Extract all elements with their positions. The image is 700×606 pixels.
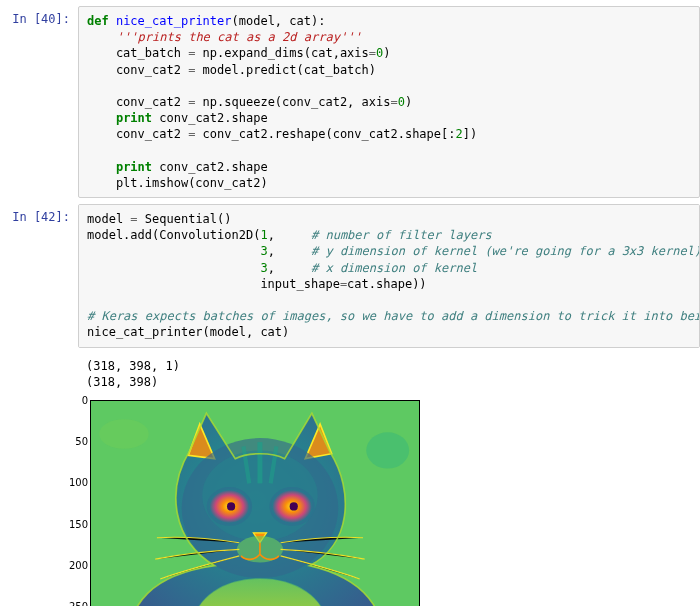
code-input[interactable]: def nice_cat_printer(model, cat): '''pri… <box>78 6 700 198</box>
code-input[interactable]: model = Sequential() model.add(Convoluti… <box>78 204 700 348</box>
heatmap-image <box>91 401 419 606</box>
code-cell: In [42]: model = Sequential() model.add(… <box>0 204 700 348</box>
y-tick-label: 100 <box>62 477 88 488</box>
svg-point-8 <box>227 502 235 510</box>
output-cell: (318, 398, 1) (318, 398) <box>0 354 700 394</box>
stdout-line: (318, 398) <box>86 375 158 389</box>
svg-point-1 <box>99 419 148 449</box>
y-tick-label: 150 <box>62 518 88 529</box>
stdout-line: (318, 398, 1) <box>86 359 180 373</box>
svg-point-9 <box>290 502 298 510</box>
svg-point-2 <box>366 432 409 468</box>
y-tick-label: 0 <box>62 394 88 405</box>
y-axis-ticks: 050100150200250300 <box>62 400 88 606</box>
y-tick-label: 50 <box>62 436 88 447</box>
plot-output: 050100150200250300 <box>0 400 700 606</box>
y-tick-label: 200 <box>62 559 88 570</box>
output-prompt <box>0 354 78 360</box>
plot-axes <box>90 400 420 606</box>
y-tick-label: 250 <box>62 600 88 606</box>
input-prompt: In [40]: <box>0 6 78 26</box>
input-prompt: In [42]: <box>0 204 78 224</box>
code-cell: In [40]: def nice_cat_printer(model, cat… <box>0 6 700 198</box>
stdout: (318, 398, 1) (318, 398) <box>78 354 700 394</box>
matplotlib-figure: 050100150200250300 <box>90 400 450 606</box>
